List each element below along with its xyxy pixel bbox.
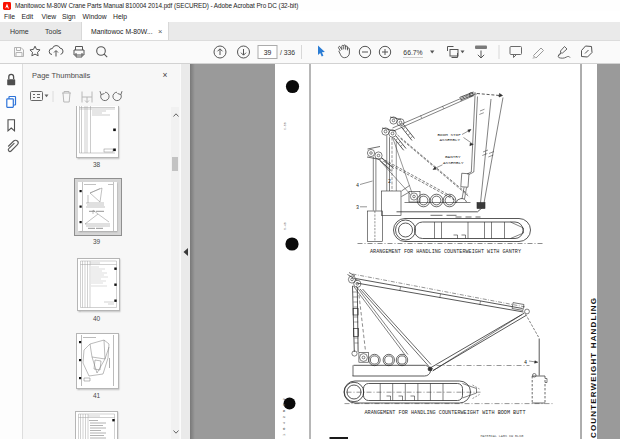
svg-text:3: 3 (356, 205, 359, 211)
svg-text:39: 39 (264, 49, 272, 56)
svg-text:ASSEMBLY: ASSEMBLY (439, 137, 460, 142)
svg-text:2: 2 (388, 179, 391, 185)
svg-text:BOOM STOP: BOOM STOP (437, 132, 461, 137)
svg-text:/ 336: / 336 (280, 49, 295, 56)
svg-text:4: 4 (356, 183, 359, 189)
svg-text:MATERIAL LABS CW BLKG: MATERIAL LABS CW BLKG (480, 434, 523, 438)
svg-text:66.7%: 66.7% (403, 49, 422, 56)
svg-text:GANTRY: GANTRY (445, 154, 461, 159)
svg-text:ASSEMBLY: ASSEMBLY (443, 160, 464, 165)
svg-text:8-40: 8-40 (282, 222, 286, 230)
svg-text:4: 4 (524, 360, 527, 366)
svg-text:ARANGEMENT FOR HANDLING COUNTE: ARANGEMENT FOR HANDLING COUNTERWEIGHT WI… (364, 410, 525, 415)
svg-text:C-80: C-80 (282, 122, 286, 130)
svg-text:COUNTERWEIGHT HANDLING: COUNTERWEIGHT HANDLING (589, 298, 597, 438)
svg-text:ARANGEMENT FOR HANDLING COUNTE: ARANGEMENT FOR HANDLING COUNTERWEIGHT WI… (370, 249, 521, 254)
